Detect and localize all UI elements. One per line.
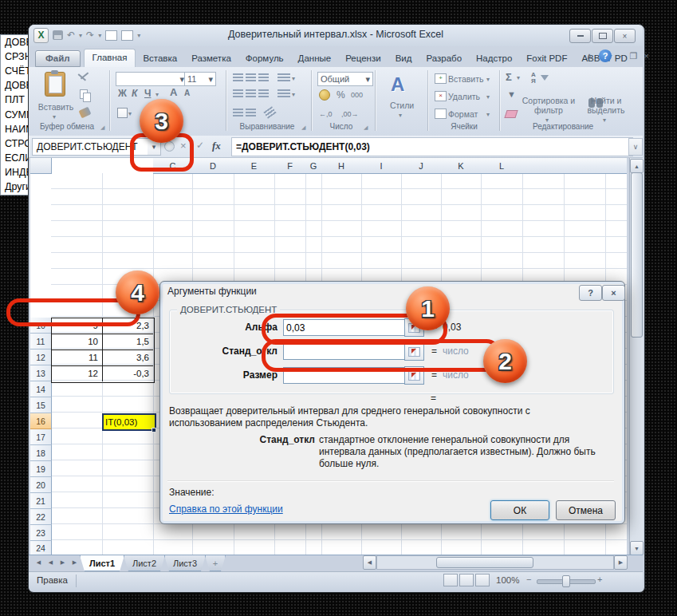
align-center-icon[interactable] [246, 89, 256, 97]
insert-function-icon[interactable]: fx [212, 140, 221, 152]
dialog-help-icon[interactable]: ? [579, 285, 602, 301]
clipboard-launcher-icon[interactable]: ◢ [100, 124, 107, 131]
column-header-g[interactable]: G [305, 158, 322, 174]
cell-a12[interactable]: 11 [53, 349, 98, 365]
row-header[interactable]: 22 [30, 509, 52, 525]
cut-icon[interactable] [80, 73, 91, 83]
active-cell[interactable]: IT(0,03) [102, 413, 156, 431]
minimize-button[interactable] [569, 29, 591, 43]
delete-cells-dropdown-icon[interactable]: ▾ [486, 93, 490, 101]
align-middle-icon[interactable] [246, 73, 256, 81]
styles-dropdown-icon[interactable]: ▾ [399, 112, 402, 119]
cell-a11[interactable]: 10 [53, 334, 98, 349]
zoom-out-icon[interactable]: − [526, 575, 531, 584]
prev-sheet-icon[interactable]: ◀ [45, 557, 56, 568]
tab-developer[interactable]: Разрабо [419, 50, 469, 67]
cancel-button[interactable]: Отмена [556, 500, 616, 520]
scroll-left-icon[interactable]: ◀ [363, 555, 376, 570]
orientation-icon[interactable] [277, 73, 290, 81]
tab-formulas[interactable]: Формуль [238, 50, 291, 67]
next-sheet-icon[interactable]: ▶ [57, 557, 68, 568]
comma-style-button[interactable]: 000 [351, 91, 363, 99]
ok-button[interactable]: ОК [490, 500, 549, 520]
tab-view[interactable]: Вид [388, 50, 419, 67]
help-link[interactable]: Справка по этой функции [169, 503, 283, 515]
zoom-slider-handle[interactable] [562, 575, 570, 587]
first-sheet-icon[interactable]: ◀ [33, 557, 44, 568]
tab-foxit[interactable]: Foxit PDF [519, 50, 574, 67]
scroll-down-icon[interactable]: ▼ [630, 541, 644, 555]
increase-indent-icon[interactable] [246, 109, 256, 116]
cell-styles-icon[interactable]: А [391, 73, 404, 96]
tab-insert[interactable]: Вставка [136, 50, 184, 67]
paste-button[interactable]: Вставить [32, 102, 80, 112]
autosum-dropdown-icon[interactable]: ▾ [517, 74, 520, 81]
book-restore-icon[interactable]: ❐ [630, 51, 638, 61]
qat-customize-icon[interactable]: ▾ [137, 32, 140, 39]
last-sheet-icon[interactable]: ▶ [69, 557, 80, 568]
orientation-dropdown-icon[interactable]: ▾ [292, 75, 295, 82]
qat-table-icon[interactable] [105, 30, 117, 41]
alignment-launcher-icon[interactable]: ◢ [301, 124, 308, 131]
row-header[interactable]: 21 [30, 493, 52, 509]
delete-cells-button[interactable]: Удалить [448, 92, 480, 101]
sort-filter-button[interactable]: Сортировка и фильтр [518, 96, 579, 115]
cell-b13[interactable]: -0,3 [104, 365, 149, 381]
cell-b11[interactable]: 1,5 [104, 334, 149, 349]
align-right-icon[interactable] [258, 89, 269, 97]
merge-dropdown-icon[interactable]: ▾ [292, 91, 295, 98]
scroll-up-icon[interactable]: ▲ [630, 159, 644, 173]
row-header[interactable]: 14 [30, 381, 52, 397]
formula-input[interactable]: =ДОВЕРИТ.СТЬЮДЕНТ(0,03) [231, 137, 633, 156]
row-header-active[interactable]: 16 [30, 413, 52, 429]
borders-icon[interactable] [117, 108, 128, 118]
undo-dropdown-icon[interactable]: ▾ [79, 32, 82, 39]
excel-logo-icon[interactable]: X [33, 28, 49, 43]
page-layout-view-icon[interactable] [459, 574, 474, 586]
italic-button[interactable]: К [132, 88, 137, 99]
select-all-corner[interactable] [30, 158, 52, 174]
grow-font-button[interactable]: А [170, 86, 177, 98]
tab-page-layout[interactable]: Разметка [184, 50, 238, 67]
paste-icon[interactable] [45, 72, 65, 97]
row-header[interactable]: 24 [30, 541, 52, 555]
increase-decimal-icon[interactable]: ←,0 [319, 110, 333, 118]
page-break-view-icon[interactable] [475, 574, 490, 586]
format-cells-dropdown-icon[interactable]: ▾ [486, 111, 490, 118]
row-header[interactable]: 20 [30, 477, 52, 493]
insert-cells-dropdown-icon[interactable]: ▾ [486, 76, 490, 83]
redo-dropdown-icon[interactable]: ▾ [98, 32, 101, 39]
row-header[interactable]: 19 [30, 461, 52, 477]
book-minimize-icon[interactable]: − [618, 51, 623, 61]
close-button[interactable]: × [614, 29, 636, 43]
sheet-tab-3[interactable]: Лист3 [164, 555, 206, 571]
horizontal-scroll-thumb[interactable] [436, 557, 533, 568]
column-header-e[interactable]: E [234, 158, 275, 174]
redo-icon[interactable]: ↷ [86, 29, 94, 41]
copy-icon[interactable] [80, 89, 91, 102]
underline-dropdown-icon[interactable]: ▾ [155, 91, 159, 98]
tab-data[interactable]: Данные [291, 50, 339, 67]
format-cells-button[interactable]: Формат [448, 109, 478, 119]
bold-button[interactable]: Ж [118, 88, 127, 99]
save-icon[interactable] [53, 30, 63, 40]
align-left-icon[interactable] [233, 89, 243, 97]
align-bottom-icon[interactable] [258, 73, 269, 81]
sheet-tab-2[interactable]: Лист2 [124, 555, 165, 571]
tab-home[interactable]: Главная [84, 49, 136, 67]
dialog-close-icon[interactable]: × [602, 285, 625, 301]
cell-a13[interactable]: 12 [53, 365, 98, 381]
tab-file[interactable]: Файл [35, 50, 81, 67]
row-header[interactable]: 18 [30, 445, 52, 461]
tab-review[interactable]: Рецензи [338, 50, 388, 67]
qat-form-icon[interactable] [121, 30, 133, 41]
insert-cells-button[interactable]: Вставить [448, 74, 484, 84]
row-header[interactable]: 15 [30, 397, 52, 413]
merge-center-icon[interactable] [277, 89, 290, 97]
font-size-select[interactable]: 11▾ [184, 72, 216, 86]
cell-b12[interactable]: 3,6 [104, 349, 149, 365]
sheet-tab-1[interactable]: Лист1 [80, 555, 124, 571]
column-header-l[interactable]: L [481, 158, 523, 174]
column-header-i[interactable]: I [361, 158, 402, 174]
scroll-right-icon[interactable]: ▶ [614, 555, 628, 570]
